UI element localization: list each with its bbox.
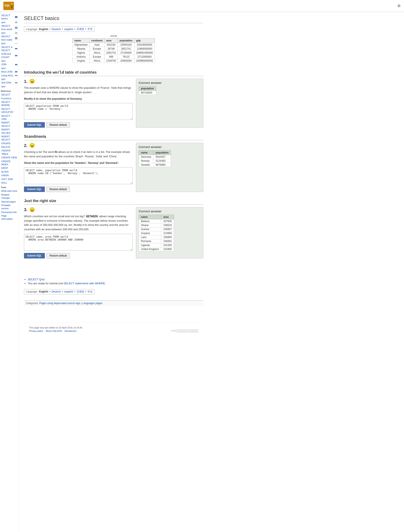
sidebar-item-delete[interactable]: DELETE xyxy=(1,145,18,149)
lang-english-bottom[interactable]: English xyxy=(39,290,48,293)
exercise-3-submit-button[interactable]: Submit SQL xyxy=(24,253,45,259)
bar xyxy=(15,82,18,83)
svg-text:SQL: SQL xyxy=(4,4,10,7)
sidebar-item-create-view[interactable]: CREATE VIEW xyxy=(1,156,18,159)
exercise-2-sql-input[interactable]: SELECT name, population FROM world WHERE… xyxy=(24,167,133,184)
gear-icon[interactable]: ⚙ xyxy=(397,4,401,8)
sidebar-item-more-join[interactable]: More JOIN xyxy=(1,70,18,74)
sidebar-item-select-in-select[interactable]: SELECT in SELECT xyxy=(1,45,18,52)
sidebar-item-sum-count[interactable]: SUM and COUNT xyxy=(1,52,18,59)
sidebar-item-join[interactable]: JOIN xyxy=(1,63,18,66)
sidebar-item-select-where[interactable]: SELECT .. WHERE xyxy=(1,100,18,107)
lang-espanol[interactable]: español xyxy=(64,28,73,31)
privacy-policy-link[interactable]: Privacy policy xyxy=(29,330,43,332)
about-sqlzoo-link[interactable]: About SQLZOO xyxy=(46,330,62,332)
sidebar-item-select-ref[interactable]: SELECT xyxy=(1,93,18,96)
exercise-3-restore-button[interactable]: Restore default xyxy=(46,253,70,259)
bar xyxy=(15,83,18,83)
sidebar-item-create-index[interactable]: CREATE INDEX xyxy=(1,160,18,166)
sidebar-item-quiz-7[interactable]: quiz xyxy=(1,85,18,88)
sidebar-item-quiz-5[interactable]: quiz xyxy=(1,66,18,70)
sidebar-item-using-null[interactable]: Using NULL xyxy=(1,74,18,77)
bar xyxy=(15,71,18,72)
exercise-3-buttons: Submit SQL Restore default xyxy=(24,253,133,259)
footer-bullet-2: You are ready for tutorial one:SELECT st… xyxy=(28,282,203,285)
select-quiz-link[interactable]: SELECT Quiz xyxy=(28,278,45,281)
disclaimers-link[interactable]: Disclaimers xyxy=(64,330,77,332)
answer-col-area: area xyxy=(161,215,174,219)
sidebar-item-select-nobel[interactable]: SELECT from nobel xyxy=(1,35,18,42)
lang-english[interactable]: English xyxy=(39,28,48,31)
correct-answer-box-1: Correct answer population 80716000 xyxy=(136,79,203,128)
sidebar-item-select-join[interactable]: SELECT .. JOIN xyxy=(1,114,18,121)
col-area: area xyxy=(104,38,118,43)
category-deprecated-tags[interactable]: Pages using deprecated source tags xyxy=(39,302,80,305)
select-statements-link[interactable]: SELECT statements with WHERE. xyxy=(64,282,106,285)
sidebar-item-update[interactable]: UPDATE xyxy=(1,142,18,145)
sidebar-item-insert-select[interactable]: INSERT .. SELECT xyxy=(1,121,18,128)
col-name: name xyxy=(73,38,90,43)
exercise-1-restore-button[interactable]: Restore default xyxy=(46,122,70,128)
page-footer: This page was last edited on 20 April 20… xyxy=(24,323,203,336)
bar xyxy=(15,76,18,76)
sidebar-item-alter[interactable]: ALTER xyxy=(1,170,18,174)
sidebar-bars xyxy=(15,64,18,65)
sidebar-item-permanent-link[interactable]: Permanent link xyxy=(1,210,18,214)
sidebar-item-printable[interactable]: Printable version xyxy=(1,203,18,210)
lang-japanese[interactable]: 日本語 xyxy=(77,27,84,31)
exercise-2-left: 2. 😠 Checking a list The word IN allows … xyxy=(24,143,133,192)
exercise-1-sql-input[interactable]: SELECT population FROM world WHERE name … xyxy=(24,103,133,120)
exercise-1-submit-button[interactable]: Submit SQL xyxy=(24,122,45,128)
sidebar-item-left-join[interactable]: LEFT JOIN xyxy=(1,177,18,181)
sidebar-item-quiz-3[interactable]: quiz xyxy=(1,42,18,45)
sidebar-item-drop[interactable]: DROP xyxy=(1,166,18,170)
lang-chinese-bottom[interactable]: 中文 xyxy=(88,290,93,294)
sidebar-bars xyxy=(15,32,18,34)
answer-table-3: name area Belarus207600 Ghana238533 Guin… xyxy=(139,215,174,251)
language-label: Language: xyxy=(26,28,38,31)
sidebar-item-functions[interactable]: Functions xyxy=(1,97,18,100)
category-languages-pages[interactable]: Languages pages xyxy=(82,302,102,305)
sidebar-item-union[interactable]: UNION xyxy=(1,174,18,177)
exercise-3: 3. 😠 Which countries are not too small a… xyxy=(24,207,203,259)
sidebar-item-create-table[interactable]: CREATE TABLE xyxy=(1,149,18,156)
exercise-1-description: The example uses a WHERE clause to show … xyxy=(24,86,133,95)
sidebar-item-quiz-1[interactable]: quiz xyxy=(1,21,18,24)
intro-section: Introducing the world table of countries… xyxy=(24,70,203,128)
categories-bar: Categories: Pages using deprecated sourc… xyxy=(24,300,203,306)
sidebar-item-related-changes[interactable]: Related changes xyxy=(1,193,18,200)
sidebar-item-what-links-here[interactable]: What links here xyxy=(1,189,18,193)
sidebar-item-insert-select-2[interactable]: INSERT .. SELECT xyxy=(1,135,18,142)
sidebar-item-page-info[interactable]: Page information xyxy=(1,214,18,221)
lang-chinese[interactable]: 中文 xyxy=(88,27,93,31)
footer-bullets: SELECT Quiz You are ready for tutorial o… xyxy=(24,278,203,285)
sidebar-item-insert-values[interactable]: INSERT .. VALUES xyxy=(1,128,18,135)
exercise-num-1: 1. xyxy=(24,79,28,84)
bar xyxy=(15,64,18,64)
exercise-3-sql-input[interactable]: SELECT name, area FROM world WHERE area … xyxy=(24,234,133,251)
sidebar-item-null[interactable]: NULL xyxy=(1,181,18,185)
mediawiki-icon: Powered by MediaWiki xyxy=(177,329,198,332)
lang-deutsch[interactable]: Deutsch xyxy=(51,28,61,31)
sidebar-item-quiz-4[interactable]: quiz xyxy=(1,59,18,63)
lang-espanol-bottom[interactable]: español xyxy=(64,290,73,293)
exercise-1-answer: Correct answer population 80716000 xyxy=(136,79,203,128)
bar xyxy=(15,22,18,23)
col-population: population xyxy=(118,38,134,43)
sidebar-item-quiz-2[interactable]: quiz xyxy=(1,31,18,35)
exercise-2-emoji: 😠 xyxy=(29,143,35,148)
sidebar-item-select-world[interactable]: SELECT from world xyxy=(1,24,18,31)
exercise-2-submit-button[interactable]: Submit SQL xyxy=(24,187,45,192)
sidebar-item-self-join[interactable]: Self JOIN xyxy=(1,81,18,84)
answer-row: United Kingdom242900 xyxy=(139,247,174,251)
sidebar-item-select-basics[interactable]: SELECT basics xyxy=(1,14,18,21)
sidebar-item-select-group-by[interactable]: SELECT .. GROUP BY xyxy=(1,107,18,114)
answer-row: Denmark5634437 xyxy=(139,155,171,159)
sidebar-item-quiz-6[interactable]: quiz xyxy=(1,77,18,81)
answer-col-name: name xyxy=(139,151,154,155)
bar xyxy=(15,27,18,27)
lang-deutsch-bottom[interactable]: Deutsch xyxy=(51,290,61,293)
lang-japanese-bottom[interactable]: 日本語 xyxy=(77,290,84,294)
sidebar-item-special-pages[interactable]: Special pages xyxy=(1,200,18,203)
exercise-2-restore-button[interactable]: Restore default xyxy=(46,187,70,192)
